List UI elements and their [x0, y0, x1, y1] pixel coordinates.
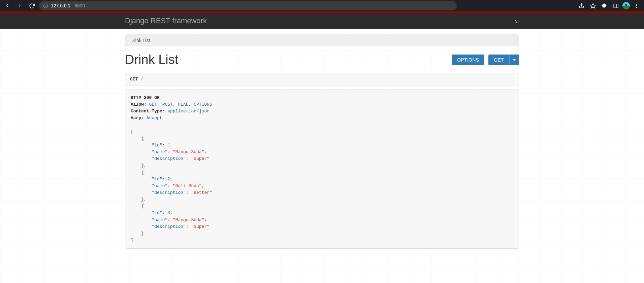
svg-marker-4: [590, 3, 595, 8]
url-host: 127.0.0.1: [51, 3, 70, 8]
app-navbar: Django REST framework sr: [0, 13, 644, 29]
forward-button[interactable]: [15, 1, 24, 10]
kebab-menu-icon[interactable]: [632, 1, 641, 10]
request-path: /: [140, 77, 143, 82]
brand-link[interactable]: Django REST framework: [125, 16, 207, 25]
page-viewport[interactable]: Drink List Drink List OPTIONS GET GET / …: [0, 29, 644, 283]
extensions-icon[interactable]: [600, 1, 609, 10]
chevron-down-icon: [513, 59, 516, 61]
back-button[interactable]: [3, 1, 12, 10]
share-icon[interactable]: [577, 1, 586, 10]
url-port: :8000: [73, 3, 85, 8]
breadcrumb: Drink List: [125, 34, 519, 46]
svg-point-8: [636, 5, 637, 6]
svg-point-7: [636, 4, 637, 5]
bookmark-star-icon[interactable]: [588, 1, 598, 10]
svg-rect-5: [614, 4, 618, 7]
get-button[interactable]: GET: [488, 55, 509, 65]
response-panel: HTTP 200 OK Allow: GET, POST, HEAD, OPTI…: [125, 90, 519, 249]
get-dropdown-toggle[interactable]: [509, 55, 519, 65]
address-bar[interactable]: 127.0.0.1:8000: [39, 1, 457, 10]
browser-actions: [577, 1, 641, 10]
profile-avatar[interactable]: [622, 2, 630, 9]
browser-toolbar: 127.0.0.1:8000: [0, 0, 644, 11]
reload-button[interactable]: [27, 1, 36, 10]
request-panel: GET /: [125, 73, 519, 85]
options-button[interactable]: OPTIONS: [452, 55, 484, 65]
user-menu[interactable]: sr: [515, 18, 519, 24]
site-info-icon[interactable]: [43, 3, 48, 8]
svg-point-9: [636, 7, 637, 8]
breadcrumb-current[interactable]: Drink List: [130, 38, 150, 43]
action-buttons: OPTIONS GET: [452, 55, 519, 65]
page-title: Drink List: [125, 52, 178, 67]
get-button-group: GET: [488, 55, 519, 65]
panel-icon[interactable]: [611, 1, 620, 10]
request-method: GET: [130, 77, 138, 82]
